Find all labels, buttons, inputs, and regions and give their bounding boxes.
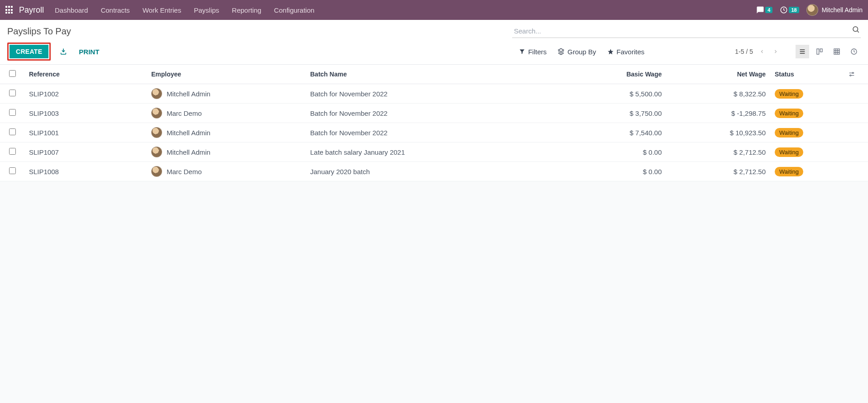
- table-row[interactable]: SLIP1001 Mitchell Admin Batch for Novemb…: [0, 123, 868, 142]
- table-row[interactable]: SLIP1008 Marc Demo January 2020 batch $ …: [0, 162, 868, 181]
- user-name: Mitchell Admin: [822, 6, 863, 14]
- cell-reference: SLIP1008: [24, 162, 147, 181]
- messaging-button[interactable]: 4: [756, 6, 772, 14]
- svg-point-1: [853, 27, 858, 32]
- search-container: [512, 24, 861, 38]
- activities-badge: 18: [789, 7, 799, 13]
- cell-reference: SLIP1003: [24, 104, 147, 123]
- col-net-wage[interactable]: Net Wage: [667, 65, 771, 84]
- pager-value[interactable]: 1-5 / 5: [735, 48, 753, 55]
- cell-net-wage: $ 2,712.50: [667, 142, 771, 162]
- pager-prev[interactable]: [758, 49, 767, 54]
- apps-icon[interactable]: [5, 6, 14, 14]
- main-menu: Dashboard Contracts Work Entries Payslip…: [55, 6, 314, 14]
- cell-basic-wage: $ 5,500.00: [562, 84, 667, 104]
- create-button[interactable]: CREATE: [10, 45, 48, 58]
- groupby-dropdown[interactable]: Group By: [557, 48, 596, 56]
- menu-payslips[interactable]: Payslips: [194, 6, 219, 14]
- table-row[interactable]: SLIP1002 Mitchell Admin Batch for Novemb…: [0, 84, 868, 104]
- svg-point-6: [852, 72, 854, 74]
- user-menu[interactable]: Mitchell Admin: [806, 4, 863, 16]
- col-employee[interactable]: Employee: [147, 65, 306, 84]
- svg-rect-4: [834, 49, 839, 54]
- top-nav: Payroll Dashboard Contracts Work Entries…: [0, 0, 868, 20]
- cell-basic-wage: $ 0.00: [562, 142, 667, 162]
- chevron-left-icon: [759, 49, 765, 54]
- col-basic-wage[interactable]: Basic Wage: [562, 65, 667, 84]
- employee-avatar: [151, 147, 162, 157]
- cell-employee: Marc Demo: [167, 109, 202, 117]
- cell-employee: Marc Demo: [167, 168, 202, 175]
- status-badge: Waiting: [775, 167, 803, 176]
- cell-batch: Batch for November 2022: [306, 104, 562, 123]
- employee-avatar: [151, 127, 162, 138]
- row-checkbox[interactable]: [9, 90, 16, 96]
- cell-reference: SLIP1001: [24, 123, 147, 142]
- menu-dashboard[interactable]: Dashboard: [55, 6, 88, 14]
- menu-work-entries[interactable]: Work Entries: [143, 6, 182, 14]
- cell-batch: Batch for November 2022: [306, 123, 562, 142]
- cell-basic-wage: $ 7,540.00: [562, 123, 667, 142]
- star-icon: [607, 48, 614, 55]
- page-title: Payslips To Pay: [7, 26, 71, 37]
- view-list[interactable]: [796, 45, 809, 58]
- view-kanban[interactable]: [813, 45, 826, 58]
- cell-employee: Mitchell Admin: [167, 129, 211, 137]
- col-status[interactable]: Status: [770, 65, 844, 84]
- clock-icon: [780, 6, 788, 14]
- status-badge: Waiting: [775, 128, 803, 137]
- control-panel: Payslips To Pay CREATE PRINT Filters: [0, 20, 868, 65]
- activities-button[interactable]: 18: [780, 6, 799, 14]
- cell-reference: SLIP1002: [24, 84, 147, 104]
- pager-next[interactable]: [771, 49, 780, 54]
- col-batch[interactable]: Batch Name: [306, 65, 562, 84]
- print-button[interactable]: PRINT: [76, 46, 102, 57]
- col-reference[interactable]: Reference: [24, 65, 147, 84]
- sliders-icon: [848, 71, 855, 78]
- row-checkbox[interactable]: [9, 109, 16, 116]
- employee-avatar: [151, 88, 162, 99]
- cell-net-wage: $ -1,298.75: [667, 104, 771, 123]
- download-icon: [60, 48, 67, 55]
- cell-batch: January 2020 batch: [306, 162, 562, 181]
- list-icon: [799, 48, 806, 55]
- clock-outline-icon: [850, 48, 858, 55]
- status-badge: Waiting: [775, 109, 803, 118]
- chevron-right-icon: [773, 49, 778, 54]
- view-activity[interactable]: [847, 45, 861, 58]
- row-checkbox[interactable]: [9, 148, 16, 155]
- cell-employee: Mitchell Admin: [167, 148, 211, 156]
- search-input[interactable]: [512, 24, 861, 38]
- search-icon[interactable]: [852, 25, 860, 33]
- cell-employee: Mitchell Admin: [167, 90, 211, 98]
- select-all-checkbox[interactable]: [9, 70, 16, 77]
- app-name[interactable]: Payroll: [19, 5, 44, 15]
- export-button[interactable]: [57, 46, 70, 57]
- messaging-badge: 4: [765, 7, 772, 13]
- cell-reference: SLIP1007: [24, 142, 147, 162]
- menu-contracts[interactable]: Contracts: [101, 6, 129, 14]
- layers-icon: [557, 48, 565, 55]
- create-highlight: CREATE: [7, 43, 51, 61]
- table-row[interactable]: SLIP1007 Mitchell Admin Late batch salar…: [0, 142, 868, 162]
- avatar: [806, 4, 818, 16]
- optional-columns-button[interactable]: [848, 71, 863, 78]
- svg-point-7: [850, 75, 851, 76]
- svg-rect-3: [820, 49, 822, 52]
- menu-reporting[interactable]: Reporting: [232, 6, 261, 14]
- row-checkbox[interactable]: [9, 167, 16, 174]
- view-pivot[interactable]: [830, 45, 844, 58]
- cell-net-wage: $ 10,923.50: [667, 123, 771, 142]
- menu-configuration[interactable]: Configuration: [274, 6, 314, 14]
- filters-dropdown[interactable]: Filters: [519, 48, 547, 56]
- favorites-dropdown[interactable]: Favorites: [607, 48, 645, 56]
- status-badge: Waiting: [775, 89, 803, 99]
- row-checkbox[interactable]: [9, 128, 16, 135]
- payslips-table: Reference Employee Batch Name Basic Wage…: [0, 65, 868, 181]
- cell-basic-wage: $ 0.00: [562, 162, 667, 181]
- status-badge: Waiting: [775, 147, 803, 157]
- table-header: Reference Employee Batch Name Basic Wage…: [0, 65, 868, 84]
- table-row[interactable]: SLIP1003 Marc Demo Batch for November 20…: [0, 104, 868, 123]
- funnel-icon: [519, 48, 525, 55]
- employee-avatar: [151, 108, 162, 119]
